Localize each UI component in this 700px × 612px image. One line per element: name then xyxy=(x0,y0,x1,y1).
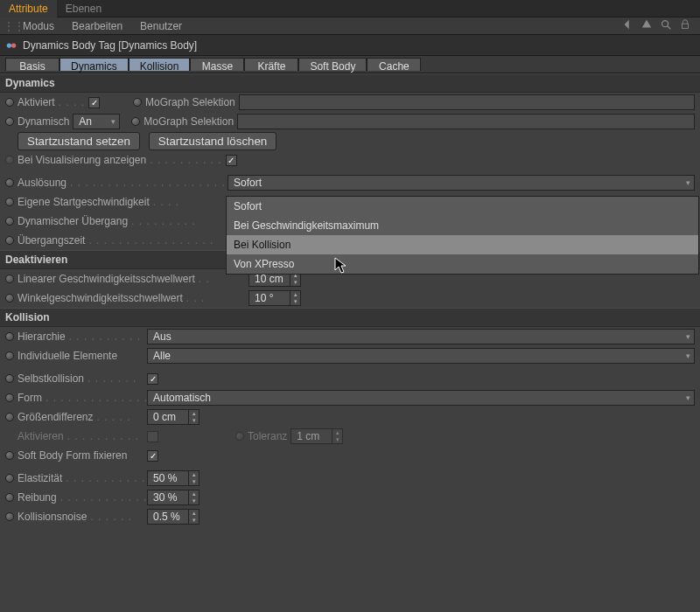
tab-attribute[interactable]: Attribute xyxy=(0,0,57,17)
param-dot[interactable] xyxy=(5,98,14,107)
menu-bearbeiten[interactable]: Bearbeiten xyxy=(63,18,131,34)
attrtab-basis[interactable]: Basis xyxy=(5,58,60,71)
menubar: ⋮⋮ Modus Bearbeiten Benutzer xyxy=(0,17,700,35)
attrtab-softbody[interactable]: Soft Body xyxy=(298,58,367,71)
dd-item-kollision[interactable]: Bei Kollision xyxy=(227,235,698,254)
dd-individuelle[interactable]: Alle▾ xyxy=(147,348,695,364)
param-dot[interactable] xyxy=(5,393,14,402)
nav-back-icon[interactable] xyxy=(621,18,634,33)
label-winkschwelle: Winkelgeschwindigkeitsschwellwert xyxy=(18,292,183,304)
param-dot[interactable] xyxy=(131,117,140,126)
label-kollisionsnoise: Kollisionsnoise xyxy=(18,511,87,523)
label-toleranz: Toleranz xyxy=(248,430,287,442)
section-kollision: Kollision xyxy=(0,308,700,327)
lock-icon[interactable] xyxy=(679,18,691,33)
param-dot[interactable] xyxy=(5,512,14,521)
attrtab-masse[interactable]: Masse xyxy=(190,58,244,71)
num-reibung[interactable]: 30 % ▴▾ xyxy=(147,490,200,505)
param-dot[interactable] xyxy=(5,117,14,126)
chk-aktivieren[interactable] xyxy=(147,431,158,442)
svg-line-1 xyxy=(668,26,671,30)
label-ausloesung: Auslösung xyxy=(18,177,66,189)
label-form: Form xyxy=(18,392,42,404)
param-dot[interactable] xyxy=(5,474,14,483)
chk-visualisierung[interactable] xyxy=(226,155,237,166)
param-dot[interactable] xyxy=(5,493,14,502)
param-dot[interactable] xyxy=(5,178,14,187)
label-eigenestart: Eigene Startgeschwindigkeit xyxy=(18,196,150,208)
grip-icon: ⋮⋮ xyxy=(4,20,14,32)
btn-startzustand-loeschen[interactable]: Startzustand löschen xyxy=(149,132,276,150)
section-dynamics: Dynamics xyxy=(0,73,700,93)
param-dot[interactable] xyxy=(5,217,14,226)
num-groessendiff[interactable]: 0 cm ▴▾ xyxy=(147,409,200,425)
label-reibung: Reibung xyxy=(18,491,57,504)
num-winkschwelle[interactable]: 10 ° ▴▾ xyxy=(248,290,301,306)
svg-point-3 xyxy=(7,43,11,47)
tag-icon xyxy=(5,39,18,52)
chk-aktiviert[interactable] xyxy=(88,97,100,108)
num-kollisionsnoise[interactable]: 0.5 % ▴▾ xyxy=(147,509,200,525)
menu-modus[interactable]: Modus xyxy=(14,18,63,34)
btn-startzustand-setzen[interactable]: Startzustand setzen xyxy=(18,132,140,150)
dd-item-xpresso[interactable]: Von XPresso xyxy=(227,254,698,274)
object-name: Dynamics Body Tag [Dynamics Body] xyxy=(23,39,197,52)
dd-dynamisch[interactable]: An▾ xyxy=(73,114,120,129)
attrtab-cache[interactable]: Cache xyxy=(367,58,421,71)
param-dot[interactable] xyxy=(5,294,14,303)
label-uebergangszeit: Übergangszeit xyxy=(18,234,85,247)
chk-selbstkollision[interactable] xyxy=(147,373,158,385)
label-groessendiff: Größendifferenz xyxy=(18,411,94,423)
svg-rect-2 xyxy=(682,24,689,28)
param-dot[interactable] xyxy=(5,156,14,164)
dd-item-geschwmax[interactable]: Bei Geschwindigkeitsmaximum xyxy=(227,216,698,235)
label-linschwelle: Linearer Geschwindigkeitsschwellwert xyxy=(18,273,195,285)
attrtab-kollision[interactable]: Kollision xyxy=(129,58,191,71)
label-softbodyfix: Soft Body Form fixieren xyxy=(18,449,127,462)
label-selbstkollision: Selbstkollision xyxy=(18,372,84,385)
toolbar-right xyxy=(621,18,696,33)
tab-ebenen[interactable]: Ebenen xyxy=(57,0,110,17)
label-dynuebergang: Dynamischer Übergang xyxy=(18,215,128,227)
search-icon[interactable] xyxy=(660,18,672,33)
attrtab-kraefte[interactable]: Kräfte xyxy=(244,58,298,71)
num-elastizitaet[interactable]: 50 % ▴▾ xyxy=(147,470,200,486)
svg-point-0 xyxy=(662,21,668,27)
input-mograph-2[interactable] xyxy=(237,114,695,129)
panel-tabs: Attribute Ebenen xyxy=(0,0,700,17)
label-hierarchie: Hierarchie xyxy=(18,330,66,343)
object-header: Dynamics Body Tag [Dynamics Body] xyxy=(0,35,700,56)
cursor-icon xyxy=(334,257,348,277)
attrtab-dynamics[interactable]: Dynamics xyxy=(60,58,129,71)
menu-benutzer[interactable]: Benutzer xyxy=(131,18,191,34)
dd-item-sofort[interactable]: Sofort xyxy=(227,197,698,216)
param-dot[interactable] xyxy=(5,451,14,460)
param-dot[interactable] xyxy=(5,351,14,360)
label-dynamisch: Dynamisch xyxy=(18,115,69,128)
param-dot[interactable] xyxy=(5,413,14,421)
param-dot[interactable] xyxy=(5,198,14,206)
dd-ausloesung[interactable]: Sofort▾ xyxy=(228,175,695,191)
label-mograph-2: MoGraph Selektion xyxy=(144,115,234,128)
label-aktivieren: Aktivieren xyxy=(18,430,64,442)
label-elastizitaet: Elastizität xyxy=(18,472,62,484)
label-aktiviert: Aktiviert xyxy=(18,96,55,108)
dd-hierarchie[interactable]: Aus▾ xyxy=(147,329,695,344)
chk-softbodyfix[interactable] xyxy=(147,450,158,462)
num-toleranz[interactable]: 1 cm ▴▾ xyxy=(290,428,343,444)
label-visualisierung: Bei Visualisierung anzeigen xyxy=(18,154,146,166)
input-mograph-1[interactable] xyxy=(239,94,695,110)
dd-form[interactable]: Automatisch▾ xyxy=(147,390,695,406)
svg-point-4 xyxy=(11,43,16,47)
param-dot[interactable] xyxy=(133,98,142,107)
param-dot[interactable] xyxy=(235,432,244,441)
param-dot[interactable] xyxy=(5,275,14,283)
label-individuelle: Individuelle Elemente xyxy=(18,350,117,362)
attr-tabs: Basis Dynamics Kollision Masse Kräfte So… xyxy=(0,56,700,73)
label-mograph-1: MoGraph Selektion xyxy=(145,96,235,108)
param-dot[interactable] xyxy=(5,236,14,245)
nav-up-icon[interactable] xyxy=(640,18,653,33)
param-dot[interactable] xyxy=(5,374,14,383)
param-dot[interactable] xyxy=(5,332,14,341)
dd-ausloesung-menu: Sofort Bei Geschwindigkeitsmaximum Bei K… xyxy=(226,196,699,275)
